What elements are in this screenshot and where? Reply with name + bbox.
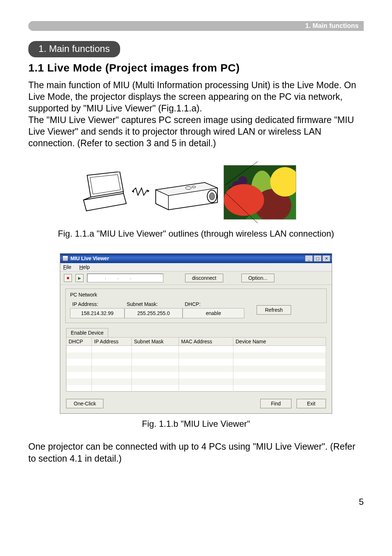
page-number: 5	[28, 497, 364, 507]
projector-icon	[154, 172, 219, 213]
intro-paragraph: The main function of MIU (Multi Informat…	[28, 79, 364, 149]
svg-line-15	[225, 192, 258, 223]
pc-network-legend: PC Network	[70, 292, 97, 298]
tab-enable-device[interactable]: Enable Device	[66, 328, 108, 337]
menu-help[interactable]: Help	[79, 264, 90, 270]
device-tabbar: Enable Device	[66, 328, 326, 337]
col-dhcp[interactable]: DHCP	[66, 338, 92, 346]
figure-1-1-a-diagram	[80, 160, 312, 225]
table-row[interactable]	[66, 379, 326, 385]
app-icon	[62, 255, 68, 261]
laptop-icon	[80, 172, 127, 213]
menu-file[interactable]: File	[63, 264, 72, 270]
col-name[interactable]: Device Name	[233, 338, 326, 346]
svg-marker-5	[147, 190, 150, 192]
figure-1-1-a-caption: Fig. 1.1.a "MIU Live Viewer" outlines (t…	[28, 229, 364, 239]
window-title: MIU Live Viewer	[70, 255, 305, 261]
one-click-button[interactable]: One-Click	[66, 399, 103, 408]
subnet-mask-label: Subnet Mask:	[124, 301, 183, 307]
chapter-pill: 1. Main functions	[28, 41, 120, 57]
table-row[interactable]	[66, 385, 326, 392]
device-table: DHCP IP Address Subnet Mask MAC Address …	[66, 337, 326, 392]
ip-address-value: 158.214.32.99	[70, 308, 124, 318]
close-button[interactable]: ✕	[322, 255, 330, 262]
toolbar: ■ ▶ . . . disconnect Option...	[60, 271, 332, 285]
refresh-button[interactable]: Refresh	[257, 305, 291, 315]
wireless-icon	[131, 186, 150, 199]
dhcp-label: DHCP:	[183, 301, 244, 307]
header-bar: 1. Main functions	[28, 21, 364, 31]
table-row[interactable]	[66, 359, 326, 365]
svg-point-10	[209, 193, 215, 200]
miu-live-viewer-window: MIU Live Viewer _ ▢ ✕ File Help ■ ▶ . . …	[60, 253, 332, 414]
titlebar: MIU Live Viewer _ ▢ ✕	[60, 254, 332, 263]
find-button[interactable]: Find	[260, 399, 291, 408]
col-subnet[interactable]: Subnet Mask	[132, 338, 179, 346]
footer-paragraph: One projector can be connected with up t…	[28, 441, 364, 464]
col-ip[interactable]: IP Address	[92, 338, 132, 346]
disconnect-button[interactable]: disconnect	[185, 274, 223, 282]
svg-marker-2	[83, 193, 126, 211]
minimize-button[interactable]: _	[305, 255, 313, 262]
table-row[interactable]	[66, 372, 326, 379]
chapter-pill-text: 1. Main functions	[38, 43, 110, 54]
exit-button[interactable]: Exit	[297, 399, 326, 408]
ip-entry-field[interactable]: . . .	[87, 274, 163, 282]
subnet-mask-value: 255.255.255.0	[124, 308, 183, 318]
table-row[interactable]	[66, 346, 326, 352]
menubar: File Help	[60, 263, 332, 271]
figure-1-1-b-caption: Fig. 1.1.b "MIU Live Viewer"	[28, 419, 364, 429]
table-row[interactable]	[66, 352, 326, 359]
stop-button[interactable]: ■	[64, 274, 72, 282]
dhcp-value: enable	[183, 308, 244, 318]
ip-address-label: IP Address:	[70, 301, 124, 307]
table-row[interactable]	[66, 365, 326, 372]
svg-line-14	[225, 162, 258, 185]
play-button[interactable]: ▶	[75, 274, 83, 282]
maximize-button[interactable]: ▢	[314, 255, 322, 262]
header-right-text: 1. Main functions	[305, 22, 359, 30]
projection-beam-icon	[225, 160, 261, 225]
bottom-button-row: One-Click Find Exit	[60, 392, 332, 413]
section-heading: 1.1 Live Mode (Project images from PC)	[28, 62, 364, 74]
pc-network-panel: PC Network IP Address: 158.214.32.99 Sub…	[65, 289, 327, 323]
col-mac[interactable]: MAC Address	[179, 338, 233, 346]
option-button[interactable]: Option...	[241, 274, 274, 282]
